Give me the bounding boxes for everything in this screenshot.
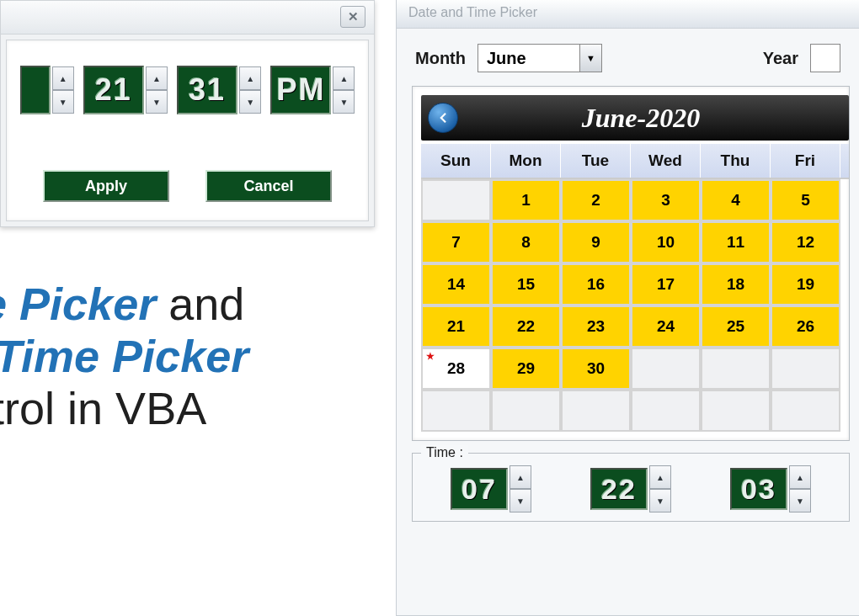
year-input[interactable] bbox=[810, 44, 840, 72]
day-cell[interactable]: 14 bbox=[421, 263, 491, 305]
time-picker-titlebar: ✕ bbox=[1, 1, 374, 35]
time-panel: Time : 07▲▼22▲▼03▲▼ bbox=[412, 453, 850, 522]
dow-header: Wed bbox=[631, 144, 701, 178]
day-cell[interactable]: 21 bbox=[421, 305, 491, 348]
day-cell bbox=[561, 390, 631, 432]
spinner-up-icon[interactable]: ▲ bbox=[510, 465, 531, 489]
date-picker-window: Date and Time Picker Month June ▼ Year J… bbox=[396, 0, 859, 616]
calendar-panel: June-2020 SunMonTueWedThuFri 12345789101… bbox=[412, 86, 850, 441]
time2-spinner-1: 22▲▼ bbox=[590, 465, 671, 512]
spinner-value: 21 bbox=[83, 66, 144, 114]
day-cell bbox=[701, 348, 771, 390]
time-spinner-1: 21▲▼ bbox=[83, 66, 168, 114]
day-cell[interactable]: 28 bbox=[421, 348, 491, 390]
day-cell[interactable]: 8 bbox=[491, 221, 561, 263]
spinner-value: 31 bbox=[177, 66, 237, 114]
spinner-up-icon[interactable]: ▲ bbox=[52, 66, 74, 90]
spinner-value: PM bbox=[270, 66, 331, 114]
spinner-down-icon[interactable]: ▼ bbox=[333, 90, 355, 114]
time2-spinner-2: 03▲▼ bbox=[730, 465, 811, 512]
day-cell[interactable]: 4 bbox=[701, 179, 771, 221]
headline-text: me Picker and te Time Picker ontrol in V… bbox=[0, 278, 396, 434]
headline-part3: te Time Picker bbox=[0, 331, 248, 381]
day-cell[interactable]: 19 bbox=[771, 263, 840, 305]
day-cell[interactable]: 17 bbox=[631, 263, 701, 305]
close-icon[interactable]: ✕ bbox=[340, 6, 365, 28]
day-cell[interactable]: 1 bbox=[491, 179, 561, 221]
day-cell[interactable]: 2 bbox=[561, 179, 631, 221]
day-cell bbox=[631, 348, 701, 390]
spinner-down-icon[interactable]: ▼ bbox=[146, 90, 168, 114]
calendar-header: June-2020 bbox=[421, 95, 849, 141]
day-cell[interactable]: 10 bbox=[631, 221, 701, 263]
day-cell[interactable]: 11 bbox=[701, 221, 771, 263]
day-cell bbox=[771, 348, 840, 390]
day-cell[interactable]: 16 bbox=[561, 263, 631, 305]
day-cell[interactable]: 18 bbox=[701, 263, 771, 305]
month-value: June bbox=[487, 49, 526, 68]
dow-header: Thu bbox=[701, 144, 771, 178]
time-picker-window: ✕ ▲▼21▲▼31▲▼PM▲▼ Apply Cancel bbox=[0, 0, 375, 227]
spinner-value: 03 bbox=[730, 468, 787, 510]
headline-part2: and bbox=[156, 279, 244, 329]
cancel-button[interactable]: Cancel bbox=[205, 170, 332, 202]
day-cell[interactable]: 7 bbox=[421, 221, 491, 263]
spinner-down-icon[interactable]: ▼ bbox=[239, 90, 261, 114]
spinner-value bbox=[20, 66, 51, 114]
day-cell[interactable]: 24 bbox=[631, 305, 701, 348]
spinner-up-icon[interactable]: ▲ bbox=[239, 66, 261, 90]
spinner-up-icon[interactable]: ▲ bbox=[649, 465, 671, 489]
headline-part4: ontrol in VBA bbox=[0, 383, 206, 433]
day-cell[interactable]: 5 bbox=[771, 179, 840, 221]
spinner-up-icon[interactable]: ▲ bbox=[146, 66, 168, 90]
time2-spinner-0: 07▲▼ bbox=[451, 465, 531, 512]
time-legend: Time : bbox=[421, 445, 468, 460]
day-cell[interactable]: 12 bbox=[771, 221, 840, 263]
dow-header: Sun bbox=[421, 144, 491, 178]
day-cell bbox=[421, 390, 491, 432]
day-cell[interactable]: 9 bbox=[561, 221, 631, 263]
day-cell[interactable]: 15 bbox=[491, 263, 561, 305]
back-icon[interactable] bbox=[428, 103, 458, 133]
year-label: Year bbox=[763, 49, 798, 68]
day-cell bbox=[491, 390, 561, 432]
spinner-up-icon[interactable]: ▲ bbox=[333, 66, 355, 90]
time-spinner-0: ▲▼ bbox=[20, 66, 74, 114]
time-spinner-2: 31▲▼ bbox=[177, 66, 261, 114]
day-cell bbox=[631, 390, 701, 432]
day-cell bbox=[701, 390, 771, 432]
dow-header: Mon bbox=[491, 144, 561, 178]
day-cell[interactable]: 30 bbox=[561, 348, 631, 390]
dow-header: Fri bbox=[771, 144, 840, 178]
day-cell bbox=[421, 179, 491, 221]
month-label: Month bbox=[415, 49, 466, 68]
day-cell[interactable]: 26 bbox=[771, 305, 840, 348]
month-combobox[interactable]: June ▼ bbox=[478, 44, 602, 72]
day-cell[interactable]: 3 bbox=[631, 179, 701, 221]
headline-part1: me Picker bbox=[0, 279, 156, 329]
apply-button[interactable]: Apply bbox=[43, 170, 169, 202]
spinner-down-icon[interactable]: ▼ bbox=[52, 90, 74, 114]
time-picker-body: ▲▼21▲▼31▲▼PM▲▼ Apply Cancel bbox=[6, 40, 369, 221]
day-cell bbox=[771, 390, 840, 432]
day-cell[interactable]: 29 bbox=[491, 348, 561, 390]
time-spinner-3: PM▲▼ bbox=[270, 66, 355, 114]
spinner-up-icon[interactable]: ▲ bbox=[789, 465, 811, 489]
day-cell[interactable]: 22 bbox=[491, 305, 561, 348]
spinner-down-icon[interactable]: ▼ bbox=[789, 489, 811, 512]
day-cell[interactable]: 23 bbox=[561, 305, 631, 348]
spinner-value: 07 bbox=[451, 468, 508, 510]
spinner-value: 22 bbox=[590, 468, 648, 510]
day-cell[interactable]: 25 bbox=[701, 305, 771, 348]
calendar-title: June-2020 bbox=[458, 103, 849, 134]
dow-header: Tue bbox=[561, 144, 631, 178]
chevron-down-icon[interactable]: ▼ bbox=[579, 45, 601, 72]
spinner-down-icon[interactable]: ▼ bbox=[510, 489, 531, 512]
month-year-row: Month June ▼ Year bbox=[397, 29, 859, 82]
date-picker-titlebar: Date and Time Picker bbox=[397, 0, 859, 29]
spinner-down-icon[interactable]: ▼ bbox=[649, 489, 671, 512]
